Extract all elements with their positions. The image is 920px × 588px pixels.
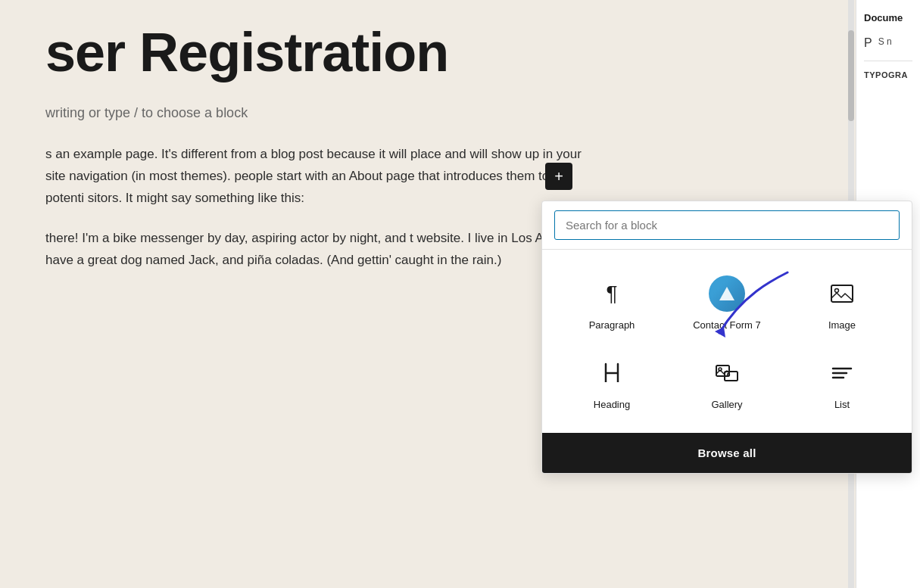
browse-all-button[interactable]: Browse all	[542, 433, 912, 473]
panel-divider	[864, 61, 912, 61]
empty-block-hint: writing or type / to choose a block	[45, 105, 810, 121]
svg-rect-1	[831, 285, 853, 302]
contact-form-block-icon	[709, 275, 745, 312]
body-paragraph-1: s an example page. It's different from a…	[45, 144, 591, 210]
paragraph-description: S n	[878, 36, 892, 48]
scrollbar-thumb[interactable]	[848, 30, 854, 121]
paragraph-block-icon: ¶	[594, 275, 630, 312]
body-text: s an example page. It's different from a…	[45, 144, 591, 271]
contact-form-block-label: Contact Form 7	[693, 319, 761, 331]
page-title: ser Registration	[45, 23, 810, 82]
heading-block-label: Heading	[594, 399, 630, 410]
paragraph-icon: P	[864, 36, 872, 50]
block-item-heading[interactable]: Heading	[554, 341, 669, 421]
gallery-block-label: Gallery	[711, 399, 742, 410]
block-item-list[interactable]: List	[784, 341, 900, 421]
block-search-input[interactable]	[554, 210, 900, 240]
plus-icon: +	[554, 168, 563, 185]
body-paragraph-2: there! I'm a bike messenger by day, aspi…	[45, 228, 591, 272]
gallery-block-icon	[709, 355, 745, 391]
add-block-button[interactable]: +	[545, 163, 572, 190]
search-box	[542, 201, 912, 250]
panel-paragraph-item: P S n	[864, 36, 912, 50]
paragraph-block-label: Paragraph	[589, 319, 635, 331]
block-inserter-popup: ¶ Paragraph Contact Form 7 Image	[541, 201, 912, 474]
blocks-grid: ¶ Paragraph Contact Form 7 Image	[542, 250, 912, 433]
block-item-paragraph[interactable]: ¶ Paragraph	[554, 262, 669, 341]
heading-block-icon	[594, 355, 630, 391]
list-block-label: List	[834, 399, 850, 410]
panel-tab-document[interactable]: Docume	[864, 12, 912, 23]
block-item-gallery[interactable]: Gallery	[669, 341, 784, 421]
block-item-contact-form[interactable]: Contact Form 7	[669, 262, 784, 341]
svg-point-2	[835, 289, 839, 293]
list-block-icon	[824, 355, 860, 391]
block-item-image[interactable]: Image	[784, 262, 900, 341]
svg-marker-0	[719, 287, 734, 300]
image-block-icon	[824, 275, 860, 312]
image-block-label: Image	[828, 319, 856, 331]
typography-label: Typogra	[864, 70, 912, 79]
